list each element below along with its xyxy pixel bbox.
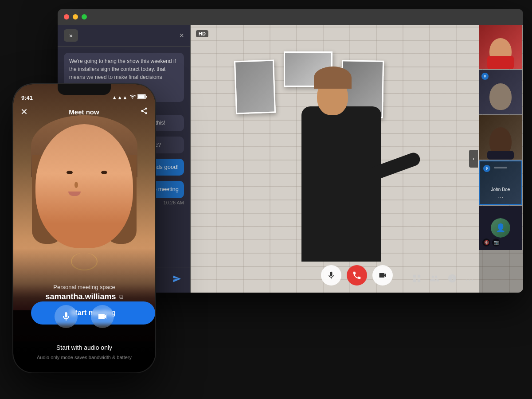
phone-screen: 9:41 ▲▲▲ <box>13 84 155 372</box>
participant-face-3 <box>479 115 522 160</box>
end-call-button[interactable] <box>347 265 367 286</box>
svg-rect-2 <box>146 96 147 98</box>
face-nose <box>74 182 78 188</box>
phone-notch <box>58 84 111 95</box>
send-button[interactable] <box>168 272 186 288</box>
traffic-light-red[interactable] <box>64 14 69 20</box>
phone-user-info: Personal meeting space samantha.williams… <box>13 284 155 301</box>
participant-sidebar: 🎙 🎙 <box>479 25 523 293</box>
phone-time: 9:41 <box>21 94 33 101</box>
participant-more-4[interactable]: ··· <box>497 193 504 200</box>
participant-shoulder-3 <box>487 151 514 160</box>
wall-photo-1 <box>234 59 276 114</box>
participant-tile-5[interactable]: 👤 🔇 📷 <box>479 206 522 250</box>
person-body <box>301 106 381 262</box>
participant-tile-2[interactable]: 🎙 <box>479 70 522 114</box>
phone-mic-button[interactable] <box>55 305 78 328</box>
grid-view-button[interactable] <box>412 274 422 286</box>
participant-muted-icons-5: 🔇 📷 <box>481 237 502 248</box>
participant-avatar-1 <box>479 25 522 69</box>
video-controls <box>321 265 393 286</box>
person-hair <box>314 66 352 89</box>
signal-icon: ▲▲▲ <box>112 94 128 101</box>
copy-username-button[interactable]: ⧉ <box>119 293 123 301</box>
personal-space-label: Personal meeting space <box>13 284 155 290</box>
traffic-light-yellow[interactable] <box>73 14 78 20</box>
participant-avatar-5: 👤 <box>491 218 510 238</box>
participant-tile-1[interactable] <box>479 25 522 69</box>
participant-icon-4: 🎙 <box>483 165 490 172</box>
mic-control-button[interactable] <box>321 265 341 286</box>
video-control-button[interactable] <box>372 265 393 286</box>
muted-mic-icon: 🔇 <box>482 239 490 246</box>
participant-face-4: 🎙 John Doe ··· <box>480 161 521 204</box>
info-button[interactable] <box>447 274 457 286</box>
more-options-button[interactable]: ··· <box>465 274 474 286</box>
sidebar-expand-button[interactable]: › <box>469 150 478 168</box>
participant-name-4: John Doe <box>491 187 510 192</box>
hd-badge: HD <box>196 30 208 37</box>
scene: » × We're going to hang the show this we… <box>0 0 532 399</box>
face-eye-left <box>66 171 73 174</box>
face-eye-right <box>101 171 107 174</box>
battery-icon <box>137 94 147 101</box>
participant-head-2 <box>489 83 512 110</box>
mobile-phone: 9:41 ▲▲▲ <box>13 84 155 372</box>
muted-video-icon: 📷 <box>492 239 500 246</box>
audio-only-description: Audio only mode saves bandwidth & batter… <box>37 355 132 360</box>
message-time-5: 10:26 AM <box>164 200 184 205</box>
video-area: HD <box>191 25 523 293</box>
chat-collapse-button[interactable]: » <box>64 29 78 42</box>
participants-button[interactable] <box>430 274 439 286</box>
participant-face-1 <box>479 25 522 69</box>
participant-tile-3[interactable] <box>479 115 522 160</box>
participant-shoulder-1 <box>487 56 514 69</box>
phone-header: ✕ Meet now <box>13 104 155 120</box>
face-oval <box>35 124 133 248</box>
audio-only-title: Start with audio only <box>56 344 112 351</box>
svg-rect-1 <box>138 95 145 98</box>
chat-close-button[interactable]: × <box>179 31 184 40</box>
window-titlebar <box>58 9 523 25</box>
phone-title: Meet now <box>69 108 99 116</box>
phone-video-button[interactable] <box>91 305 114 328</box>
participant-icon-2: 🎙 <box>481 73 489 80</box>
phone-controls <box>13 305 155 328</box>
participant-tile-4[interactable]: 🎙 John Doe ··· <box>479 160 522 205</box>
phone-status-icons: ▲▲▲ <box>112 94 147 101</box>
phone-share-button[interactable] <box>140 107 148 117</box>
traffic-light-green[interactable] <box>82 14 87 20</box>
person-figure <box>279 75 403 262</box>
username-text: samantha.williams <box>45 292 116 301</box>
participant-waveform <box>494 167 507 168</box>
phone-close-button[interactable]: ✕ <box>20 106 28 117</box>
video-toolbar: ··· <box>412 274 474 286</box>
username-row: samantha.williams ⧉ <box>13 292 155 301</box>
chat-header: » × <box>58 25 190 47</box>
participant-face-5: 👤 🔇 📷 <box>479 206 522 250</box>
wifi-icon <box>129 94 136 101</box>
